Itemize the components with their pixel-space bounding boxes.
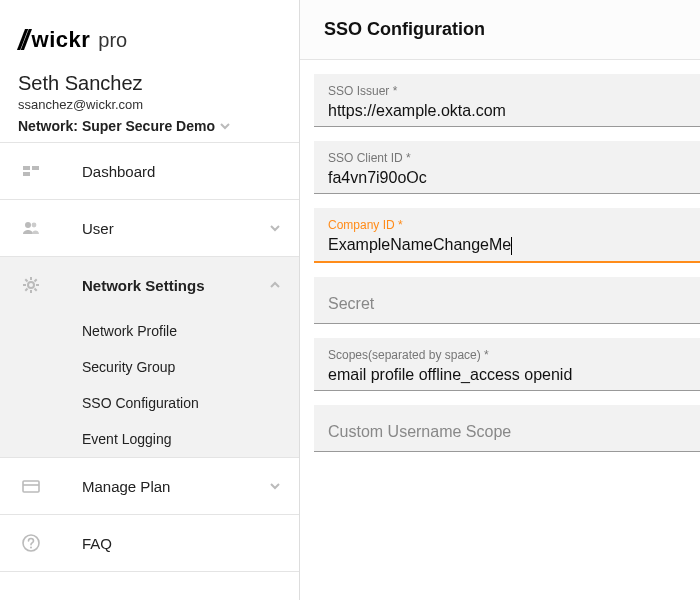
sso-form: SSO Issuer * https://example.okta.com SS… (300, 60, 700, 452)
chevron-down-icon (219, 120, 231, 132)
user-name: Seth Sanchez (18, 72, 281, 95)
network-name: Super Secure Demo (82, 118, 215, 134)
users-icon (18, 218, 44, 238)
svg-point-5 (28, 282, 34, 288)
svg-line-13 (35, 279, 37, 281)
svg-point-4 (32, 223, 37, 228)
dashboard-icon (18, 161, 44, 181)
svg-point-17 (30, 547, 32, 549)
network-prefix: Network: (18, 118, 78, 134)
field-sso-issuer[interactable]: SSO Issuer * https://example.okta.com (314, 74, 700, 127)
chevron-down-icon (269, 222, 281, 234)
nav-label: User (82, 220, 269, 237)
field-label: Company ID * (328, 218, 686, 232)
svg-rect-14 (23, 481, 39, 492)
field-value: ExampleNameChangeMe (328, 232, 686, 261)
network-settings-submenu: Network Profile Security Group SSO Confi… (0, 313, 299, 457)
svg-rect-2 (23, 172, 30, 176)
logo-area: // wickr pro (0, 0, 299, 66)
nav-label: Dashboard (82, 163, 281, 180)
field-value: https://example.okta.com (328, 98, 686, 126)
nav-label: Manage Plan (82, 478, 269, 495)
field-label: SSO Client ID * (328, 151, 686, 165)
logo: // wickr pro (18, 24, 281, 56)
user-block: Seth Sanchez ssanchez@wickr.com Network:… (0, 66, 299, 142)
chevron-down-icon (269, 480, 281, 492)
nav-label: FAQ (82, 535, 281, 552)
page-header: SSO Configuration (300, 0, 700, 60)
field-custom-username-scope[interactable]: Custom Username Scope (314, 405, 700, 452)
sub-item-event-logging[interactable]: Event Logging (0, 421, 299, 457)
field-placeholder: Custom Username Scope (328, 415, 686, 451)
field-company-id[interactable]: Company ID * ExampleNameChangeMe (314, 208, 700, 263)
sub-item-sso-configuration[interactable]: SSO Configuration (0, 385, 299, 421)
sub-item-security-group[interactable]: Security Group (0, 349, 299, 385)
nav-item-dashboard[interactable]: Dashboard (0, 143, 299, 199)
help-icon (18, 533, 44, 553)
logo-icon: // (18, 24, 26, 56)
chevron-up-icon (269, 279, 281, 291)
nav: Dashboard User Network Settings (0, 143, 299, 600)
main: SSO Configuration SSO Issuer * https://e… (300, 0, 700, 600)
field-placeholder: Secret (328, 287, 686, 323)
field-scopes[interactable]: Scopes(separated by space) * email profi… (314, 338, 700, 391)
field-value: fa4vn7i90oOc (328, 165, 686, 193)
page-title: SSO Configuration (324, 19, 485, 40)
field-label: SSO Issuer * (328, 84, 686, 98)
network-selector[interactable]: Network: Super Secure Demo (18, 118, 281, 134)
nav-item-faq[interactable]: FAQ (0, 515, 299, 571)
card-icon (18, 476, 44, 496)
nav-item-network-settings[interactable]: Network Settings (0, 257, 299, 313)
text-cursor (511, 237, 512, 255)
nav-label: Network Settings (82, 277, 269, 294)
sub-item-network-profile[interactable]: Network Profile (0, 313, 299, 349)
svg-rect-0 (23, 166, 30, 170)
nav-item-user[interactable]: User (0, 200, 299, 256)
divider (0, 571, 299, 572)
field-secret[interactable]: Secret (314, 277, 700, 324)
field-sso-client-id[interactable]: SSO Client ID * fa4vn7i90oOc (314, 141, 700, 194)
field-label: Scopes(separated by space) * (328, 348, 686, 362)
user-email: ssanchez@wickr.com (18, 97, 281, 112)
sidebar: // wickr pro Seth Sanchez ssanchez@wickr… (0, 0, 300, 600)
svg-line-12 (25, 289, 27, 291)
logo-brand: wickr (32, 27, 91, 53)
svg-line-11 (35, 289, 37, 291)
logo-suffix: pro (98, 29, 127, 52)
svg-point-3 (25, 222, 31, 228)
svg-line-10 (25, 279, 27, 281)
field-value: email profile offline_access openid (328, 362, 686, 390)
nav-item-manage-plan[interactable]: Manage Plan (0, 458, 299, 514)
gear-icon (18, 275, 44, 295)
svg-rect-1 (32, 166, 39, 170)
